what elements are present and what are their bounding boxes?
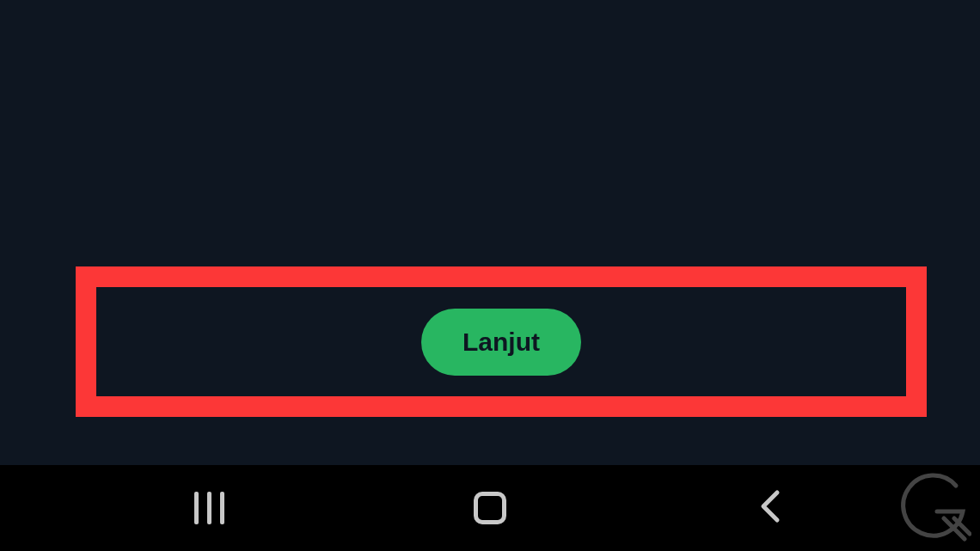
system-navigation-bar (0, 465, 980, 551)
annotation-highlight-box: Lanjut (76, 266, 927, 417)
recents-icon (194, 492, 224, 524)
continue-button-label: Lanjut (462, 328, 540, 356)
recents-button[interactable] (149, 482, 269, 534)
continue-button[interactable]: Lanjut (421, 309, 581, 376)
home-icon (474, 492, 506, 524)
back-button[interactable] (711, 482, 831, 534)
home-button[interactable] (430, 482, 550, 534)
back-icon (758, 489, 784, 527)
app-content-area: Lanjut (0, 0, 980, 465)
